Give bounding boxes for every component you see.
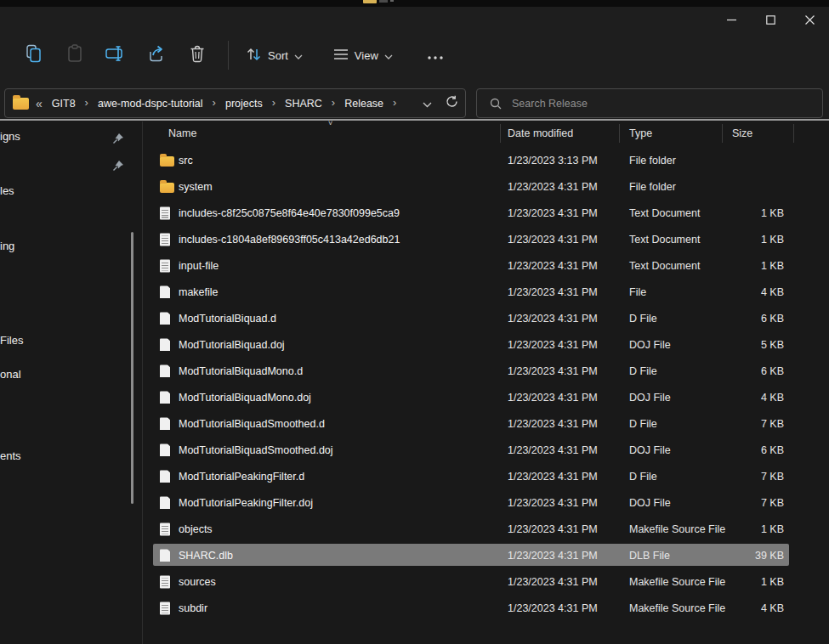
close-button[interactable] [790,7,829,32]
file-date-modified: 1/23/2023 3:13 PM [508,155,598,167]
delete-button[interactable] [177,38,218,72]
paste-icon [67,44,82,66]
file-row[interactable]: includes-c8f25c0875e8f64e40e7830f099e5ca… [143,200,829,226]
file-date-modified: 1/23/2023 4:31 PM [508,234,598,246]
file-name: ModTutorialPeakingFilter.d [179,471,304,483]
file-name: ModTutorialBiquadSmoothed.d [179,418,325,430]
column-header-name[interactable]: Name [168,127,196,139]
file-date-modified: 1/23/2023 4:31 PM [508,181,598,193]
address-bar[interactable]: « GIT8›awe-mod-dspc-tutorial›projects›SH… [4,88,466,118]
sort-ascending-icon: ˅ [328,119,332,127]
text-document-icon [160,206,170,219]
file-row-selected[interactable]: SHARC.dlb 1/23/2023 4:31 PM DLB File 39 … [143,542,829,568]
view-label: View [355,49,378,62]
breadcrumb: GIT8›awe-mod-dspc-tutorial›projects›SHAR… [48,95,403,112]
column-divider[interactable] [793,124,794,143]
file-type: File [629,286,646,298]
minimize-button[interactable] [712,7,751,32]
file-type: DOJ File [629,444,671,456]
file-type: D File [629,471,657,483]
sidebar-item-label[interactable]: les [0,184,14,197]
chevron-right-icon[interactable]: › [266,96,281,109]
text-document-icon [160,523,170,535]
chevron-right-icon[interactable]: › [79,96,94,109]
breadcrumb-item[interactable]: awe-mod-dspc-tutorial [94,95,207,112]
paste-button[interactable] [54,38,95,72]
column-header-size[interactable]: Size [732,127,752,139]
sidebar-item-label[interactable]: ents [0,449,21,462]
file-size: 4 KB [700,602,784,614]
copy-button[interactable] [14,38,54,72]
file-row[interactable]: input-file 1/23/2023 4:31 PM Text Docume… [143,252,829,279]
file-row[interactable]: ModTutorialPeakingFilter.d 1/23/2023 4:3… [143,463,829,489]
sort-button[interactable]: Sort [236,38,313,72]
file-date-modified: 1/23/2023 4:31 PM [508,523,598,535]
file-icon [160,443,170,456]
file-row[interactable]: ModTutorialBiquadSmoothed.doj 1/23/2023 … [143,437,829,463]
navigation-sidebar: ignslesingFilesonalents [0,121,142,644]
delete-icon [190,44,205,66]
share-button[interactable] [136,38,177,72]
chevron-right-icon[interactable]: › [207,96,222,109]
file-name: ModTutorialBiquadMono.d [179,365,303,377]
sidebar-item-label[interactable]: Files [0,334,23,347]
column-header-type[interactable]: Type [629,127,652,139]
file-row[interactable]: ModTutorialBiquadMono.doj 1/23/2023 4:31… [143,384,829,410]
refresh-icon[interactable] [446,95,458,111]
breadcrumb-item[interactable]: GIT8 [48,95,79,112]
file-row[interactable]: ModTutorialBiquad.d 1/23/2023 4:31 PM D … [143,305,829,331]
file-row[interactable]: ModTutorialPeakingFilter.doj 1/23/2023 4… [143,489,829,516]
sidebar-item-label[interactable]: onal [0,368,21,381]
file-type: D File [629,313,657,325]
address-dropdown-icon[interactable] [423,96,432,111]
column-divider[interactable] [619,124,620,143]
more-icon [428,48,443,63]
address-row: « GIT8›awe-mod-dspc-tutorial›projects›SH… [0,82,829,118]
pane-separator-line [0,119,829,121]
chevron-down-icon [384,49,393,62]
file-row[interactable]: ModTutorialBiquadSmoothed.d 1/23/2023 4:… [143,410,829,437]
search-box[interactable]: Search Release [476,88,823,118]
file-date-modified: 1/23/2023 4:31 PM [508,418,598,430]
tab-strip-remnant [0,0,829,7]
breadcrumb-item[interactable]: SHARC [281,95,326,112]
file-size: 1 KB [700,207,784,219]
file-type: DOJ File [629,392,671,404]
maximize-button[interactable] [751,7,790,32]
window-controls [712,7,829,32]
column-divider[interactable] [500,124,501,143]
sidebar-item-label[interactable]: ing [0,240,14,252]
sort-label: Sort [268,49,288,62]
file-size: 1 KB [700,523,784,535]
column-header-date-modified[interactable]: Date modified [508,127,573,139]
rename-button[interactable] [95,38,136,72]
file-date-modified: 1/23/2023 4:31 PM [508,550,598,562]
sidebar-scrollbar[interactable] [131,232,133,504]
file-row[interactable]: src 1/23/2023 3:13 PM File folder [143,147,829,173]
file-name: ModTutorialPeakingFilter.doj [179,497,313,509]
breadcrumb-item[interactable]: projects [222,95,266,112]
file-row[interactable]: system 1/23/2023 4:31 PM File folder [143,173,829,200]
file-name: makefile [179,286,219,298]
command-bar: Sort View [0,32,829,78]
chevron-right-icon[interactable]: › [387,96,402,109]
file-row[interactable]: makefile 1/23/2023 4:31 PM File 4 KB [143,279,829,305]
tab-folder-icon [363,0,377,3]
file-row[interactable]: sources 1/23/2023 4:31 PM Makefile Sourc… [143,568,829,595]
chevron-down-icon [294,49,303,62]
breadcrumb-item[interactable]: Release [341,95,387,112]
file-row[interactable]: includes-c1804a8ef89693ff05c413a42ed6db2… [143,226,829,252]
sidebar-item-label[interactable]: igns [0,130,20,143]
file-row[interactable]: objects 1/23/2023 4:31 PM Makefile Sourc… [143,516,829,542]
view-button[interactable]: View [323,38,403,72]
file-row[interactable]: subdir 1/23/2023 4:31 PM Makefile Source… [143,595,829,621]
sort-icon [246,47,262,65]
file-row[interactable]: ModTutorialBiquad.doj 1/23/2023 4:31 PM … [143,331,829,358]
chevron-right-icon[interactable]: › [326,96,341,109]
file-name: src [179,155,193,167]
breadcrumb-overflow-icon[interactable]: « [36,97,42,110]
column-divider[interactable] [722,124,723,143]
more-options-button[interactable] [415,38,456,72]
file-row[interactable]: ModTutorialBiquadMono.d 1/23/2023 4:31 P… [143,358,829,384]
pin-icon [111,159,125,172]
